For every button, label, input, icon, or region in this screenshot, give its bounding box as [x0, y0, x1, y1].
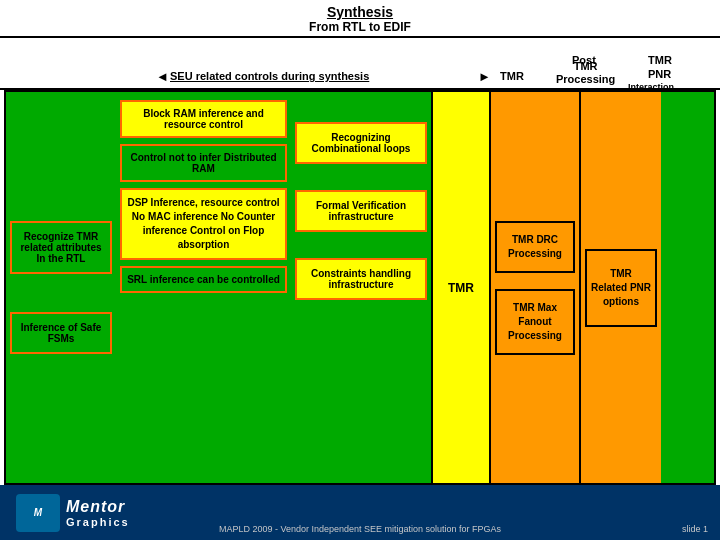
right-column: TMR Related PNR options [581, 92, 661, 483]
mid-left-column: Block RAM inference and resource control… [116, 92, 291, 483]
dsp-box: DSP Inference, resource control No MAC i… [120, 188, 287, 260]
tmr-header-label: TMR [500, 70, 524, 82]
footer-logo-top: Mentor [66, 498, 130, 516]
interaction-header: Interaction [628, 82, 674, 92]
mid-right-column: Recognizing Combinational loops Formal V… [291, 92, 431, 483]
srl-box: SRL inference can be controlled [120, 266, 287, 293]
left-column: Recognize TMR related attributes In the … [6, 92, 116, 483]
post-column: TMR DRC Processing TMR Max Fanout Proces… [491, 92, 581, 483]
tmr-pnr-box: TMR Related PNR options [585, 249, 657, 327]
tmr-processing-line2: Processing [556, 73, 615, 85]
formal-box: Formal Verification infrastructure [295, 190, 427, 232]
control-not-to-box: Control not to infer Distributed RAM [120, 144, 287, 182]
constraints-box: Constraints handling infrastructure [295, 258, 427, 300]
tmr-max-fanout-box: TMR Max Fanout Processing [495, 289, 575, 355]
recognize-tmr-box: Recognize TMR related attributes In the … [10, 221, 112, 274]
main-container: Synthesis From RTL to EDIF SEU related c… [0, 0, 720, 540]
arrow-right-seu: ► [478, 69, 491, 84]
footer-logo-bottom: Graphics [66, 516, 130, 528]
page-title: Synthesis [8, 4, 712, 20]
tmr-right-header: TMR [648, 54, 672, 66]
header: Synthesis From RTL to EDIF [0, 0, 720, 38]
tmr-column: TMR [431, 92, 491, 483]
tmr-drc-box: TMR DRC Processing [495, 221, 575, 273]
page-subtitle: From RTL to EDIF [8, 20, 712, 34]
column-labels: SEU related controls during synthesis ◄ … [0, 38, 720, 90]
footer-logo: M Mentor Graphics [16, 494, 130, 532]
block-ram-box: Block RAM inference and resource control [120, 100, 287, 138]
arrow-left-seu: ◄ [156, 69, 169, 84]
inference-fsm-box: Inference of Safe FSMs [10, 312, 112, 354]
seu-label: SEU related controls during synthesis [170, 70, 369, 82]
logo-icon: M [16, 494, 60, 532]
tmr-processing-header: TMR Processing [556, 60, 615, 86]
recognizing-box: Recognizing Combinational loops [295, 122, 427, 164]
tmr-column-label: TMR [448, 281, 474, 295]
pnr-header: PNR [648, 68, 671, 80]
footer: M Mentor Graphics MAPLD 2009 - Vendor In… [0, 485, 720, 540]
footer-page: slide 1 [682, 524, 708, 534]
tmr-processing-line1: TMR [574, 60, 598, 72]
footer-text: MAPLD 2009 - Vendor Independent SEE miti… [219, 524, 501, 534]
content-area: Recognize TMR related attributes In the … [4, 90, 716, 485]
